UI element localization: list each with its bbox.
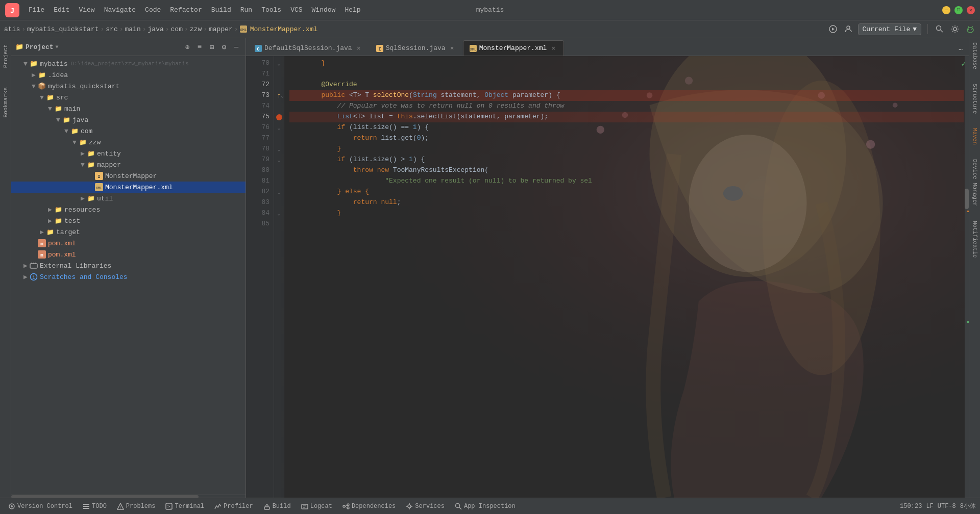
tree-item-zzw[interactable]: ▼ 📁 zzw — [11, 137, 246, 148]
menu-code[interactable]: Code — [141, 4, 165, 16]
breadcrumb-file[interactable]: XML MonsterMapper.xml — [240, 25, 318, 33]
status-profiler[interactable]: Profiler — [210, 501, 257, 512]
tree-item-main[interactable]: ▼ 📁 main — [11, 103, 246, 114]
code-editor[interactable]: 70 71 72 73 74 75 76 77 78 79 80 81 82 8… — [246, 56, 969, 498]
tab-close-default[interactable]: ✕ — [355, 44, 363, 53]
sidebar-tabs: Project Bookmarks — [0, 38, 11, 498]
status-terminal[interactable]: >_ Terminal — [161, 501, 208, 512]
code-line-71 — [289, 69, 964, 80]
tree-item-quickstart[interactable]: ▼ 📦 mybatis_quickstart — [11, 81, 246, 92]
breadcrumb-com[interactable]: com — [171, 25, 183, 33]
svg-text:XML: XML — [470, 47, 476, 52]
fold-marker-79: ⌄ — [277, 157, 280, 163]
line-separator: LF — [926, 503, 933, 510]
menu-file[interactable]: File — [24, 4, 48, 16]
right-tab-database[interactable]: Database — [970, 38, 979, 73]
tree-item-target[interactable]: ▶ 📁 target — [11, 226, 246, 238]
svg-line-65 — [459, 507, 461, 509]
code-line-83: return null; — [289, 197, 964, 208]
status-problems[interactable]: ! Problems — [113, 501, 160, 512]
menu-tools[interactable]: Tools — [257, 4, 285, 16]
menu-window[interactable]: Window — [308, 4, 340, 16]
tree-item-idea[interactable]: ▶ 📁 .idea — [11, 69, 246, 81]
status-app-inspection[interactable]: App Inspection — [451, 501, 520, 512]
breadcrumb-mapper[interactable]: mapper — [209, 25, 233, 33]
menu-navigate[interactable]: Navigate — [100, 4, 140, 16]
breadcrumb-java[interactable]: java — [148, 25, 164, 33]
tree-item-java[interactable]: ▼ 📁 java — [11, 114, 246, 125]
menu-build[interactable]: Build — [207, 4, 235, 16]
minimize-button[interactable]: — — [942, 6, 950, 14]
tree-item-test[interactable]: ▶ 📁 test — [11, 215, 246, 226]
svg-line-7 — [941, 30, 943, 33]
sidebar-tab-project[interactable]: Project — [1, 40, 10, 72]
menu-refactor[interactable]: Refactor — [166, 4, 206, 16]
status-build[interactable]: Build — [259, 501, 295, 512]
svg-text:J: J — [10, 7, 14, 15]
tab-sql-session[interactable]: I SqlSession.java ✕ — [370, 40, 463, 56]
menu-edit[interactable]: Edit — [50, 4, 74, 16]
project-panel: 📁 Project ▼ ⊕ ≡ ⊞ ⚙ — ▼ 📁 mybatis D:\ide… — [11, 38, 246, 498]
status-version-control[interactable]: Version Control — [4, 501, 77, 512]
right-tab-device-manager[interactable]: Device Manager — [970, 155, 979, 210]
right-tab-maven[interactable]: Maven — [970, 124, 979, 149]
project-minimize-icon[interactable]: — — [231, 42, 241, 52]
breadcrumb-atis[interactable]: atis — [4, 25, 20, 33]
tab-close-xml[interactable]: ✕ — [549, 44, 557, 53]
tree-item-src[interactable]: ▼ 📁 src — [11, 92, 246, 103]
svg-text:!: ! — [119, 505, 121, 510]
tree-item-monster-mapper-xml[interactable]: XML MonsterMapper.xml — [11, 182, 246, 193]
tab-overflow-menu[interactable]: ⋯ — [954, 43, 967, 56]
maximize-button[interactable]: □ — [954, 6, 963, 14]
code-line-82: } else { — [289, 187, 964, 197]
tree-item-scratches[interactable]: ▶ i Scratches and Consoles — [11, 271, 246, 282]
svg-point-5 — [847, 26, 850, 29]
code-content[interactable]: } @Override public <T> T selectOne(Strin… — [284, 56, 969, 498]
nav-search-icon[interactable] — [934, 23, 945, 35]
right-tab-notifications[interactable]: Notificatic — [970, 217, 979, 262]
tab-monster-mapper-xml[interactable]: XML MonsterMapper.xml ✕ — [463, 40, 565, 56]
status-services[interactable]: Services — [402, 501, 449, 512]
tab-default-sql-session[interactable]: C DefaultSqlSession.java ✕ — [248, 40, 370, 56]
nav-settings-icon[interactable] — [949, 23, 961, 35]
breadcrumb-quickstart[interactable]: mybatis_quickstart — [27, 25, 99, 33]
tab-close-sql-session[interactable]: ✕ — [448, 44, 456, 53]
project-icons: ⊕ ≡ ⊞ ⚙ — — [182, 42, 241, 52]
tree-item-resources[interactable]: ▶ 📁 resources — [11, 204, 246, 215]
project-collapse-icon[interactable]: ≡ — [194, 42, 205, 52]
tree-item-mapper-folder[interactable]: ▼ 📁 mapper — [11, 159, 246, 170]
breadcrumb-main[interactable]: main — [125, 25, 141, 33]
tree-item-mybatis[interactable]: ▼ 📁 mybatis D:\idea_project\zzw_mybatis\… — [11, 58, 246, 69]
svg-rect-55 — [302, 504, 308, 509]
breakpoint-75[interactable] — [276, 114, 282, 120]
menu-help[interactable]: Help — [340, 4, 364, 16]
scope-selector[interactable]: Current File ▼ — [858, 23, 921, 35]
project-filter-icon[interactable]: ⊞ — [207, 42, 217, 52]
tree-item-util[interactable]: ▶ 📁 util — [11, 193, 246, 204]
tree-item-monster-mapper-java[interactable]: I MonsterMapper — [11, 170, 246, 182]
status-todo[interactable]: TODO — [79, 501, 111, 512]
project-locate-icon[interactable]: ⊕ — [182, 42, 192, 52]
nav-android-icon[interactable] — [965, 23, 976, 35]
nav-person-icon[interactable] — [843, 23, 854, 35]
tree-item-com[interactable]: ▼ 📁 com — [11, 125, 246, 137]
project-settings-icon[interactable]: ⚙ — [219, 42, 229, 52]
code-line-74: // Popular vote was to return null on 0 … — [289, 101, 964, 112]
nav-run-icon[interactable] — [827, 23, 839, 35]
right-tab-structure[interactable]: Structure — [970, 80, 979, 118]
menu-view[interactable]: View — [75, 4, 99, 16]
breadcrumb-zzw[interactable]: zzw — [190, 25, 202, 33]
status-dependencies[interactable]: Dependencies — [338, 501, 400, 512]
status-logcat[interactable]: Logcat — [297, 501, 336, 512]
tree-item-entity[interactable]: ▶ 📁 entity — [11, 148, 246, 159]
tree-item-pom1[interactable]: m pom.xml — [11, 238, 246, 249]
main-content: Project Bookmarks 📁 Project ▼ ⊕ ≡ ⊞ ⚙ — … — [0, 38, 980, 498]
menu-run[interactable]: Run — [236, 4, 256, 16]
tree-item-external-libs[interactable]: ▶ External Libraries — [11, 260, 246, 271]
svg-point-11 — [971, 29, 972, 30]
tree-item-pom2[interactable]: m pom.xml — [11, 249, 246, 260]
sidebar-tab-bookmarks[interactable]: Bookmarks — [1, 83, 10, 121]
breadcrumb-src[interactable]: src — [106, 25, 117, 33]
close-button[interactable]: ✕ — [967, 6, 975, 14]
menu-vcs[interactable]: VCS — [286, 4, 306, 16]
